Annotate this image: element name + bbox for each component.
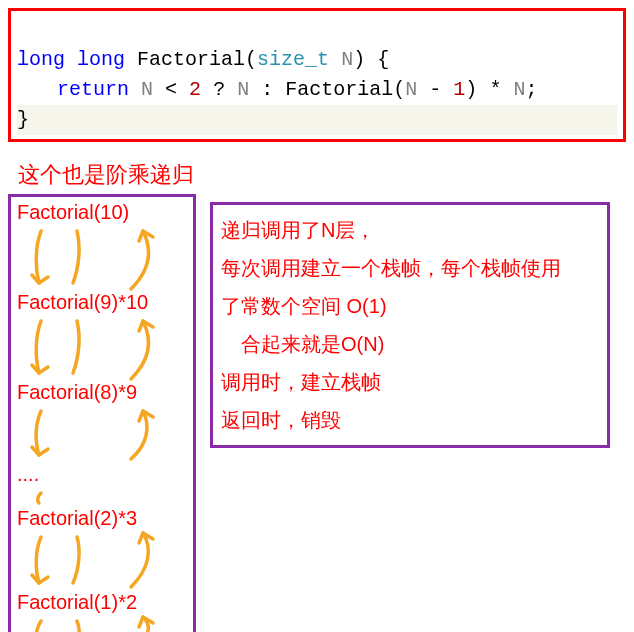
explanation-box: 递归调用了N层， 每次调用建立一个栈帧，每个栈帧使用 了常数个空间 O(1) 合… [210, 202, 610, 448]
space [129, 78, 141, 101]
param-type: size_t [257, 48, 329, 71]
space [125, 48, 137, 71]
recursion-step: Factorial(10) [17, 201, 129, 224]
explain-line: 合起来就是O(N) [221, 325, 599, 363]
recursion-step: Factorial(2)*3 [17, 507, 137, 530]
code-fn: Factorial [137, 48, 245, 71]
code-block: long long Factorial(size_t N) { return N… [8, 8, 626, 142]
ident: N [237, 78, 249, 101]
space [501, 78, 513, 101]
space [153, 78, 165, 101]
explain-line: 每次调用建立一个栈帧，每个栈帧使用 [221, 249, 599, 287]
brace: { [365, 48, 389, 71]
paren: ( [393, 78, 405, 101]
space [417, 78, 429, 101]
num: 2 [189, 78, 201, 101]
explain-line: 调用时，建立栈帧 [221, 363, 599, 401]
op: : [261, 78, 273, 101]
return-kw: return [57, 78, 129, 101]
brace: } [17, 105, 617, 135]
ident: N [513, 78, 525, 101]
recursion-step: Factorial(9)*10 [17, 291, 148, 314]
explain-line: 返回时，销毁 [221, 401, 599, 439]
semi: ; [525, 78, 537, 101]
param-name: N [341, 48, 353, 71]
paren: ) [353, 48, 365, 71]
paren: ( [245, 48, 257, 71]
space [201, 78, 213, 101]
recursion-step: .... [17, 463, 39, 486]
space [177, 78, 189, 101]
recursion-diagram: Factorial(10) Factorial(9)*10 Factorial(… [8, 194, 196, 632]
num: 1 [453, 78, 465, 101]
explain-line: 了常数个空间 O(1) [221, 287, 599, 325]
recursion-step: Factorial(1)*2 [17, 591, 137, 614]
ident: N [405, 78, 417, 101]
space [441, 78, 453, 101]
op: < [165, 78, 177, 101]
space [477, 78, 489, 101]
lower-section: Factorial(10) Factorial(9)*10 Factorial(… [8, 194, 626, 632]
code-type-keyword: long long [17, 48, 125, 71]
op: - [429, 78, 441, 101]
caption: 这个也是阶乘递归 [18, 160, 626, 190]
explain-line: 递归调用了N层， [221, 211, 599, 249]
paren: ) [465, 78, 477, 101]
ident: N [141, 78, 153, 101]
space [329, 48, 341, 71]
code-fn: Factorial [285, 78, 393, 101]
arrows-overlay [11, 197, 196, 632]
op: ? [213, 78, 225, 101]
op: * [489, 78, 501, 101]
space [249, 78, 261, 101]
space [225, 78, 237, 101]
recursion-step: Factorial(8)*9 [17, 381, 137, 404]
space [273, 78, 285, 101]
